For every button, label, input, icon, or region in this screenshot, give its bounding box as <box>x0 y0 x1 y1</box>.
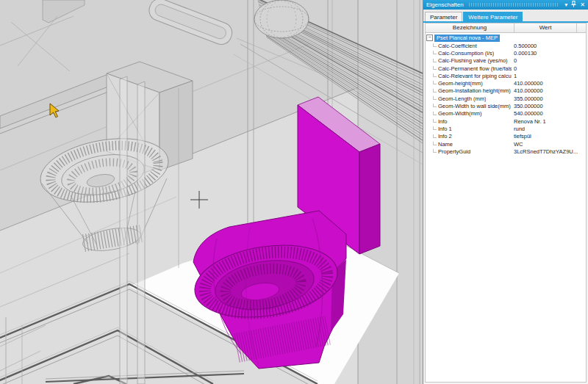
column-header-bezeichnung[interactable]: Bezeichnung <box>426 23 514 32</box>
property-value: rund <box>514 126 525 132</box>
property-name: Geom-Width to wall side(mm) <box>438 103 511 109</box>
tree-branch-icon <box>433 134 437 138</box>
property-name: Info 1 <box>438 126 452 132</box>
property-name: Calc-Relevant for piping calculation (tr… <box>438 73 512 79</box>
property-value: 1 <box>514 73 517 79</box>
panel-titlebar[interactable]: Eigenschaften ▾ ✕ <box>423 0 588 10</box>
tree-root-label: Pset Plancal nova - MEP <box>434 35 500 42</box>
pin-icon[interactable] <box>571 1 576 9</box>
property-value: 0 <box>514 57 517 64</box>
column-header-wert[interactable]: Wert <box>514 23 577 32</box>
tree-branch-icon <box>433 89 437 93</box>
property-name: Calc-Consumption (l/s) <box>438 50 494 57</box>
property-row[interactable]: Geom-Installation height(mm)410.000000 <box>426 87 586 95</box>
panel-content: Bezeichnung Wert − Pset Plancal nova - M… <box>423 23 588 384</box>
tree-branch-icon <box>433 96 437 100</box>
tree-branch-icon <box>433 104 437 107</box>
property-value: tiefspül <box>514 133 531 140</box>
property-row[interactable]: Calc-Permanent flow (true/false)0 <box>426 65 586 72</box>
property-value: 355.000000 <box>514 95 543 102</box>
close-icon[interactable]: ✕ <box>580 1 585 8</box>
property-row[interactable]: Info 1rund <box>426 125 586 132</box>
tree-branch-icon <box>433 126 437 130</box>
property-name: Name <box>438 141 453 148</box>
tree-root-row[interactable]: − Pset Plancal nova - MEP <box>426 34 586 42</box>
panel-tabs: Parameter Weitere Parameter <box>423 10 588 23</box>
tree-branch-icon <box>433 142 437 145</box>
collapse-icon[interactable]: − <box>426 35 433 41</box>
property-row[interactable]: Calc-Flushing valve (yes/no)0 <box>426 57 586 65</box>
properties-panel: Eigenschaften ▾ ✕ Parameter Weitere Para… <box>423 0 588 384</box>
property-row[interactable]: PropertyGuid3LcRSnedT7DhzYAZ9U... <box>426 148 586 155</box>
property-row[interactable]: Calc-Coefficient0.500000 <box>426 42 586 49</box>
tab-weitere-parameter[interactable]: Weitere Parameter <box>463 12 523 21</box>
property-value: Renova Nr. 1 <box>514 118 546 125</box>
grid-header: Bezeichnung Wert <box>426 23 586 33</box>
property-row[interactable]: Calc-Relevant for piping calculation (tr… <box>426 72 586 79</box>
property-row[interactable]: Geom-Width(mm)540.000000 <box>426 110 586 117</box>
tree-branch-icon <box>433 119 437 123</box>
property-row[interactable]: Calc-Consumption (l/s)0.000130 <box>426 49 586 57</box>
property-value: 350.000000 <box>514 103 543 109</box>
viewport-3d[interactable] <box>0 0 423 384</box>
tree-branch-icon <box>433 59 437 62</box>
property-name: Geom-Installation height(mm) <box>438 87 511 94</box>
property-name: Calc-Flushing valve (yes/no) <box>438 57 508 64</box>
tree-branch-icon <box>433 51 437 54</box>
property-name: PropertyGuid <box>438 148 470 155</box>
property-row[interactable]: InfoRenova Nr. 1 <box>426 117 586 125</box>
tree-branch-icon <box>433 112 437 115</box>
property-value: 540.000000 <box>514 110 543 117</box>
application-window: Eigenschaften ▾ ✕ Parameter Weitere Para… <box>0 0 588 384</box>
tree-branch-icon <box>433 73 437 77</box>
grid-body: − Pset Plancal nova - MEP Calc-Coefficie… <box>426 34 586 155</box>
property-name: Geom-Width(mm) <box>438 110 482 117</box>
panel-title: Eigenschaften <box>426 0 464 10</box>
column-header-spacer <box>577 23 586 32</box>
property-value: 410.000000 <box>514 80 543 87</box>
tab-parameter[interactable]: Parameter <box>425 12 462 21</box>
property-value: WC <box>514 141 523 148</box>
property-name: Calc-Coefficient <box>438 43 477 49</box>
property-name: Info <box>438 118 448 125</box>
tree-branch-icon <box>433 43 437 47</box>
property-value: 3LcRSnedT7DhzYAZ9U... <box>514 148 578 155</box>
tree-branch-icon <box>433 81 437 84</box>
property-row[interactable]: Geom-Width to wall side(mm)350.000000 <box>426 102 586 109</box>
property-row[interactable]: NameWC <box>426 140 586 148</box>
property-row[interactable]: Geom-height(mm)410.000000 <box>426 79 586 87</box>
chevron-down-icon[interactable]: ▾ <box>564 1 567 8</box>
property-rows: Calc-Coefficient0.500000Calc-Consumption… <box>426 42 586 155</box>
property-value: 0.000130 <box>514 50 537 57</box>
property-value: 410.000000 <box>514 87 543 94</box>
property-row[interactable]: Info 2tiefspül <box>426 133 586 140</box>
property-name: Geom-Length (mm) <box>438 95 486 102</box>
tree-branch-icon <box>433 149 437 153</box>
property-name: Calc-Permanent flow (true/false) <box>438 65 512 72</box>
property-value: 0.500000 <box>514 43 537 49</box>
property-grid: Bezeichnung Wert − Pset Plancal nova - M… <box>425 23 587 383</box>
property-row[interactable]: Geom-Length (mm)355.000000 <box>426 95 586 102</box>
tree-branch-icon <box>433 66 437 70</box>
property-name: Geom-height(mm) <box>438 80 483 87</box>
property-value: 0 <box>514 65 517 72</box>
titlebar-grip <box>469 3 560 7</box>
property-name: Info 2 <box>438 133 452 140</box>
